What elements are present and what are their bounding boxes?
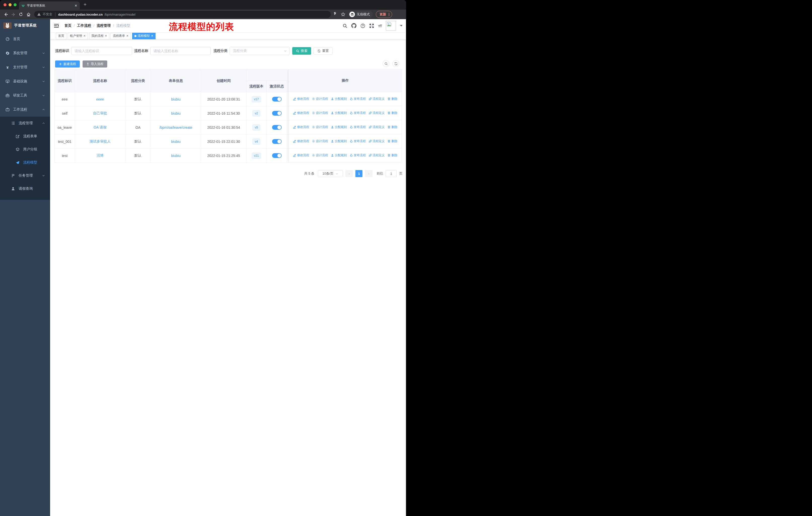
- sidebar-item-系统管理[interactable]: 系统管理: [0, 46, 50, 60]
- page-1-button[interactable]: 1: [355, 170, 362, 177]
- tag-流程模型[interactable]: 流程模型✕: [132, 33, 155, 39]
- action-修改流程[interactable]: 修改流程: [293, 139, 309, 143]
- sidebar-item-基础设施[interactable]: 基础设施: [0, 74, 50, 88]
- sidebar-logo[interactable]: 芋道管理系统: [0, 19, 50, 32]
- cell-process-name-link[interactable]: 自己审批: [93, 111, 107, 115]
- breadcrumb-workflow[interactable]: 工作流程: [77, 23, 91, 28]
- process-key-input[interactable]: [71, 47, 132, 55]
- process-name-input[interactable]: [150, 47, 211, 55]
- sidebar-item-支付管理[interactable]: ¥支付管理: [0, 60, 50, 74]
- active-toggle[interactable]: [272, 153, 282, 158]
- new-tab-button[interactable]: +: [84, 2, 87, 7]
- update-button[interactable]: 更新: [376, 11, 392, 18]
- address-bar[interactable]: 不安全 dashboard.yudao.iocoder.cn/bpm/manag…: [34, 11, 331, 18]
- bookmark-star-icon[interactable]: [341, 12, 345, 17]
- back-icon[interactable]: [2, 11, 9, 18]
- reload-icon[interactable]: [18, 11, 24, 18]
- action-设计流程[interactable]: 设计流程: [312, 111, 328, 115]
- action-删除[interactable]: 删除: [387, 111, 398, 115]
- cell-process-name-link[interactable]: 滔博: [97, 154, 104, 158]
- active-toggle[interactable]: [272, 125, 282, 130]
- action-流程定义[interactable]: 流程定义: [369, 139, 385, 143]
- avatar-caret-icon[interactable]: [400, 25, 403, 26]
- hamburger-icon[interactable]: [54, 23, 59, 28]
- action-修改流程[interactable]: 修改流程: [293, 97, 309, 101]
- password-key-icon[interactable]: [333, 12, 338, 17]
- action-流程定义[interactable]: 流程定义: [369, 125, 385, 129]
- close-window-button[interactable]: [3, 3, 6, 6]
- goto-page-input[interactable]: [386, 170, 397, 177]
- font-size-icon[interactable]: ᴛT: [378, 24, 382, 28]
- action-删除[interactable]: 删除: [387, 153, 398, 158]
- sidebar-item-流程表单[interactable]: 流程表单: [0, 130, 50, 143]
- cell-process-name-link[interactable]: eeee: [96, 97, 104, 101]
- action-修改流程[interactable]: 修改流程: [293, 125, 309, 129]
- action-发布流程[interactable]: 发布流程: [350, 125, 366, 129]
- action-发布流程[interactable]: 发布流程: [350, 139, 366, 143]
- home-icon[interactable]: [25, 11, 32, 18]
- action-设计流程[interactable]: 设计流程: [312, 125, 328, 129]
- tag-首页[interactable]: 首页: [56, 33, 66, 39]
- window-controls[interactable]: [3, 3, 17, 6]
- show-search-toggle-button[interactable]: [383, 60, 389, 67]
- reset-button[interactable]: 重置: [314, 47, 332, 55]
- action-分配规则[interactable]: 分配规则: [331, 97, 347, 101]
- close-icon[interactable]: ✕: [105, 34, 107, 37]
- zoom-window-button[interactable]: [13, 3, 17, 6]
- action-删除[interactable]: 删除: [387, 97, 398, 101]
- action-设计流程[interactable]: 设计流程: [312, 153, 328, 158]
- forward-icon[interactable]: [10, 11, 17, 18]
- action-流程定义[interactable]: 流程定义: [369, 153, 385, 158]
- active-toggle[interactable]: [272, 139, 282, 144]
- action-分配规则[interactable]: 分配规则: [331, 125, 347, 129]
- sidebar-item-研发工具[interactable]: 研发工具: [0, 88, 50, 103]
- sidebar-item-工作流程[interactable]: 工作流程: [0, 103, 50, 117]
- action-修改流程[interactable]: 修改流程: [293, 111, 309, 115]
- action-发布流程[interactable]: 发布流程: [350, 153, 366, 158]
- breadcrumb-home[interactable]: 首页: [64, 23, 71, 28]
- import-process-button[interactable]: 导入流程: [83, 60, 107, 67]
- cell-form-info-link[interactable]: biubiu: [171, 154, 180, 158]
- search-icon[interactable]: [343, 23, 347, 28]
- action-删除[interactable]: 删除: [387, 139, 398, 143]
- next-page-button[interactable]: ›: [365, 170, 373, 177]
- category-select[interactable]: 流程分类: [230, 47, 290, 55]
- page-size-select[interactable]: 10条/页: [318, 170, 343, 177]
- active-toggle[interactable]: [272, 97, 282, 102]
- avatar[interactable]: [386, 21, 396, 30]
- action-设计流程[interactable]: 设计流程: [312, 97, 328, 101]
- security-label[interactable]: 不安全: [42, 12, 52, 17]
- window-scrollbar-track[interactable]: [404, 40, 406, 258]
- close-icon[interactable]: ✕: [83, 34, 86, 37]
- action-发布流程[interactable]: 发布流程: [350, 97, 366, 101]
- create-process-button[interactable]: 新建流程: [55, 60, 80, 67]
- sidebar-item-流程模型[interactable]: 流程模型: [0, 156, 50, 169]
- browser-tab[interactable]: 芋道管理系统 ✕: [19, 1, 80, 9]
- action-发布流程[interactable]: 发布流程: [350, 111, 366, 115]
- action-分配规则[interactable]: 分配规则: [331, 153, 347, 158]
- cell-form-info-link[interactable]: biubiu: [171, 97, 180, 101]
- sidebar-item-首页[interactable]: 首页: [0, 32, 50, 46]
- close-icon[interactable]: ✕: [126, 34, 128, 37]
- action-流程定义[interactable]: 流程定义: [369, 97, 385, 101]
- action-修改流程[interactable]: 修改流程: [293, 153, 309, 158]
- action-分配规则[interactable]: 分配规则: [331, 139, 347, 143]
- refresh-table-button[interactable]: [393, 60, 399, 67]
- github-icon[interactable]: [351, 23, 356, 28]
- sidebar-item-请假查询[interactable]: 请假查询: [0, 182, 50, 195]
- active-toggle[interactable]: [272, 111, 282, 116]
- tag-我的流程[interactable]: 我的流程✕: [89, 33, 109, 39]
- sidebar-item-用户分组[interactable]: 用户分组: [0, 143, 50, 156]
- cell-form-info-link[interactable]: biubiu: [171, 140, 180, 144]
- prev-page-button[interactable]: ‹: [345, 170, 353, 177]
- sidebar-item-流程管理[interactable]: 流程管理: [0, 117, 50, 130]
- tab-close-icon[interactable]: ✕: [75, 4, 77, 7]
- tag-流程表单[interactable]: 流程表单✕: [111, 33, 130, 39]
- action-删除[interactable]: 删除: [387, 125, 398, 129]
- minimize-window-button[interactable]: [8, 3, 11, 6]
- action-分配规则[interactable]: 分配规则: [331, 111, 347, 115]
- close-icon[interactable]: ✕: [151, 34, 153, 37]
- fullscreen-icon[interactable]: [369, 23, 374, 28]
- sidebar-item-任务管理[interactable]: 任务管理: [0, 169, 50, 182]
- cell-process-name-link[interactable]: OA 请假: [94, 125, 107, 129]
